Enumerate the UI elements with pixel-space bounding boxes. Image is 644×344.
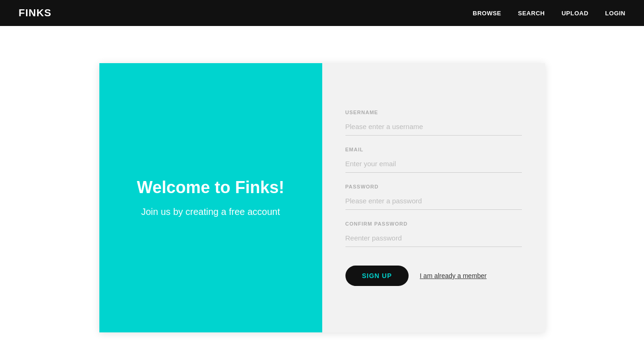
password-group: PASSWORD — [345, 184, 522, 210]
signup-card: Welcome to Finks! Join us by creating a … — [99, 63, 545, 332]
email-input[interactable] — [345, 157, 522, 173]
confirm-password-input[interactable] — [345, 231, 522, 247]
form-actions: SIGN UP I am already a member — [345, 266, 522, 286]
login-link[interactable]: LOGIN — [605, 10, 625, 17]
confirm-password-label: CONFIRM PASSWORD — [345, 221, 522, 227]
welcome-subtitle: Join us by creating a free account — [141, 205, 280, 218]
username-label: USERNAME — [345, 110, 522, 115]
left-panel: Welcome to Finks! Join us by creating a … — [99, 63, 322, 332]
nav-links: BROWSE SEARCH UPLOAD LOGIN — [473, 9, 625, 17]
right-panel: USERNAME EMAIL PASSWORD CONFIRM PASSWORD… — [322, 63, 545, 332]
username-input[interactable] — [345, 120, 522, 136]
email-group: EMAIL — [345, 147, 522, 173]
navbar: FINKS BROWSE SEARCH UPLOAD LOGIN — [0, 0, 644, 26]
signup-button[interactable]: SIGN UP — [345, 266, 409, 286]
page-content: Welcome to Finks! Join us by creating a … — [0, 26, 644, 344]
welcome-title: Welcome to Finks! — [137, 177, 284, 197]
username-group: USERNAME — [345, 110, 522, 136]
email-label: EMAIL — [345, 147, 522, 152]
upload-link[interactable]: UPLOAD — [561, 10, 588, 17]
brand-logo[interactable]: FINKS — [19, 7, 52, 19]
password-label: PASSWORD — [345, 184, 522, 189]
browse-link[interactable]: BROWSE — [473, 10, 501, 17]
password-input[interactable] — [345, 194, 522, 210]
confirm-password-group: CONFIRM PASSWORD — [345, 221, 522, 247]
member-link[interactable]: I am already a member — [420, 272, 487, 279]
search-link[interactable]: SEARCH — [518, 10, 545, 17]
